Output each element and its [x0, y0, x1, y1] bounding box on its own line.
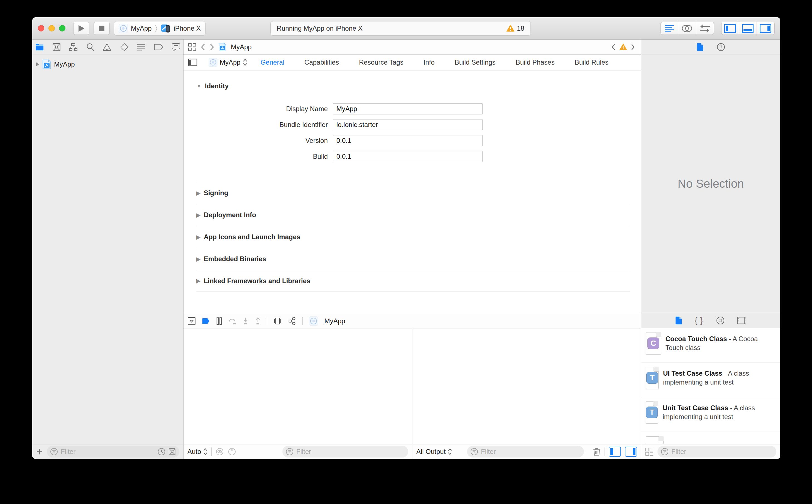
project-row[interactable]: MyApp	[32, 58, 183, 70]
library-grid-view-icon[interactable]	[645, 447, 654, 456]
variables-filter-input[interactable]	[296, 448, 405, 456]
source-control-status-icon[interactable]	[168, 448, 176, 456]
view-debugger-icon[interactable]	[273, 317, 282, 325]
symbol-navigator-icon[interactable]	[69, 43, 78, 51]
forward-icon[interactable]	[210, 43, 214, 51]
console-output[interactable]	[412, 329, 641, 444]
issues-summary[interactable]: 18	[506, 25, 524, 32]
disclosure-triangle-icon[interactable]	[36, 62, 40, 67]
close-window-button[interactable]	[38, 25, 44, 31]
tab-resource-tags[interactable]: Resource Tags	[359, 58, 403, 66]
minimize-window-button[interactable]	[48, 25, 55, 31]
tab-build-settings[interactable]: Build Settings	[455, 58, 496, 66]
variables-filter-field[interactable]	[282, 446, 408, 457]
project-navigator-icon[interactable]	[35, 43, 44, 51]
code-snippet-library-icon[interactable]: { }	[694, 316, 703, 325]
info-icon[interactable]	[228, 447, 236, 456]
console-scope-selector[interactable]: All Output	[416, 448, 452, 456]
library-item-unit-test-case-class[interactable]: T Unit Test Case Class - A class impleme…	[641, 397, 780, 432]
library-filter-input[interactable]	[671, 448, 773, 456]
breakpoints-toggle-icon[interactable]	[202, 318, 210, 324]
library-filter-bar	[641, 444, 780, 459]
disclosure-closed-icon[interactable]: ▶	[196, 278, 200, 284]
report-navigator-icon[interactable]	[172, 43, 180, 51]
disclosure-closed-icon[interactable]: ▶	[196, 212, 200, 218]
target-selector[interactable]: MyApp	[209, 58, 247, 67]
toggle-variables-view-button[interactable]	[609, 447, 621, 457]
assistant-editor-button[interactable]	[678, 22, 696, 35]
quick-help-icon[interactable]	[716, 43, 725, 52]
console-filter-input[interactable]	[481, 448, 581, 456]
app-icons-section-header[interactable]: ▶App Icons and Launch Images	[196, 226, 630, 248]
toggle-console-view-button[interactable]	[625, 447, 637, 457]
form-row: Display Name	[196, 103, 629, 114]
hide-debug-area-icon[interactable]	[187, 317, 196, 325]
tab-build-rules[interactable]: Build Rules	[575, 58, 608, 66]
next-issue-icon[interactable]	[631, 44, 635, 50]
breakpoint-navigator-icon[interactable]	[154, 44, 163, 50]
file-inspector-icon[interactable]	[696, 43, 704, 52]
issue-navigator-icon[interactable]	[102, 43, 111, 51]
bundle-identifier-field[interactable]	[333, 119, 483, 130]
linked-frameworks-section-header[interactable]: ▶Linked Frameworks and Libraries	[196, 270, 630, 292]
tab-general[interactable]: General	[261, 58, 284, 66]
build-field[interactable]	[333, 151, 483, 162]
stop-button[interactable]	[94, 22, 110, 35]
source-control-icon[interactable]	[52, 43, 61, 51]
tab-info[interactable]: Info	[424, 58, 435, 66]
scheme-selector[interactable]: MyApp 〉 iPhone X	[114, 21, 206, 36]
disclosure-closed-icon[interactable]: ▶	[196, 256, 200, 262]
display-name-field[interactable]	[333, 103, 483, 114]
zoom-window-button[interactable]	[59, 25, 65, 31]
navigator-filter-field[interactable]	[47, 446, 179, 457]
step-over-icon[interactable]	[228, 317, 236, 325]
disclosure-open-icon[interactable]: ▼	[196, 83, 202, 89]
add-button[interactable]	[36, 448, 43, 455]
toggle-navigator-button[interactable]	[721, 22, 739, 35]
variables-scope-selector[interactable]: Auto	[187, 448, 207, 456]
toggle-debug-area-button[interactable]	[739, 22, 757, 35]
disclosure-closed-icon[interactable]: ▶	[196, 190, 200, 196]
jumpbar-file-label[interactable]: MyApp	[231, 43, 252, 51]
test-navigator-icon[interactable]	[120, 43, 129, 52]
deployment-info-section-header[interactable]: ▶Deployment Info	[196, 204, 630, 226]
build-label: Build	[196, 153, 333, 160]
version-editor-button[interactable]	[696, 22, 714, 35]
memory-graph-icon[interactable]	[288, 317, 296, 325]
embedded-binaries-section-header[interactable]: ▶Embedded Binaries	[196, 248, 630, 270]
editor-sidebar-toggle-icon[interactable]	[188, 58, 197, 66]
toggle-inspector-button[interactable]	[757, 22, 775, 35]
scheme-chevron: 〉	[155, 24, 158, 33]
library-filter-field[interactable]	[657, 446, 776, 457]
debug-navigator-icon[interactable]	[137, 43, 146, 51]
library-item-ui-test-case-class[interactable]: T UI Test Case Class - A class implement…	[641, 363, 780, 397]
media-library-icon[interactable]	[737, 317, 747, 324]
tab-build-phases[interactable]: Build Phases	[516, 58, 555, 66]
issue-warning-icon[interactable]	[619, 43, 627, 50]
pause-execution-icon[interactable]	[216, 317, 222, 325]
step-into-icon[interactable]	[243, 317, 249, 325]
library-item-cocoa-touch-class[interactable]: C Cocoa Touch Class - A Cocoa Touch clas…	[641, 328, 780, 363]
navigator-filter-input[interactable]	[61, 448, 155, 456]
recent-files-icon[interactable]	[158, 448, 165, 456]
standard-editor-button[interactable]	[661, 22, 678, 35]
variables-view-content[interactable]	[184, 329, 412, 444]
find-navigator-icon[interactable]	[86, 43, 94, 51]
variables-view: Auto	[184, 329, 412, 459]
step-out-icon[interactable]	[255, 317, 261, 325]
related-items-icon[interactable]	[188, 43, 196, 51]
tab-capabilities[interactable]: Capabilities	[304, 58, 339, 66]
identity-section-header[interactable]: ▼ Identity	[196, 80, 629, 92]
object-library-icon[interactable]	[716, 316, 725, 325]
console-filter-field[interactable]	[467, 446, 584, 457]
file-template-library-icon[interactable]	[675, 316, 682, 325]
show-variables-icon[interactable]	[216, 447, 224, 456]
library-item-partial[interactable]	[641, 432, 780, 443]
signing-section-header[interactable]: ▶Signing	[196, 182, 630, 204]
back-icon[interactable]	[201, 43, 205, 51]
previous-issue-icon[interactable]	[612, 44, 615, 50]
version-field[interactable]	[333, 135, 483, 146]
disclosure-closed-icon[interactable]: ▶	[196, 234, 200, 240]
clear-console-icon[interactable]	[593, 447, 601, 456]
run-button[interactable]	[73, 22, 89, 35]
